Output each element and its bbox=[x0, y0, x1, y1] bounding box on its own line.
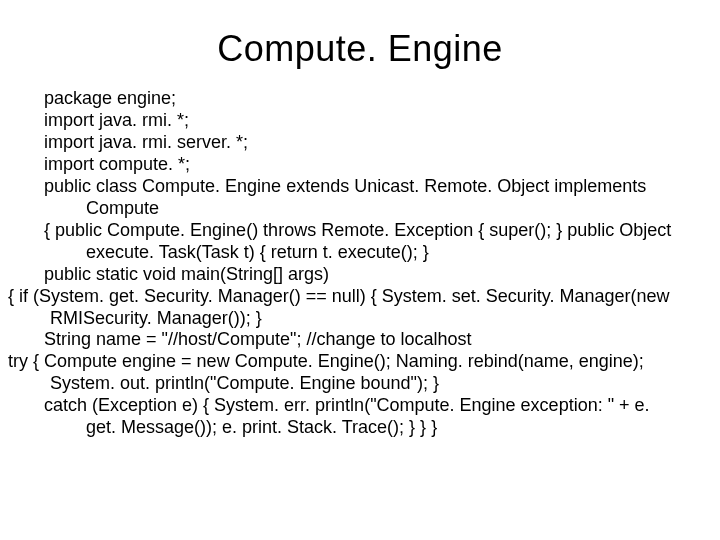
code-line: import compute. *; bbox=[44, 154, 676, 176]
code-line: { public Compute. Engine() throws Remote… bbox=[44, 220, 676, 264]
code-block: package engine; import java. rmi. *; imp… bbox=[44, 88, 676, 439]
slide: Compute. Engine package engine; import j… bbox=[0, 0, 720, 540]
code-line: package engine; bbox=[44, 88, 676, 110]
code-line: import java. rmi. *; bbox=[44, 110, 676, 132]
code-line: public class Compute. Engine extends Uni… bbox=[44, 176, 676, 220]
code-line: try { Compute engine = new Compute. Engi… bbox=[44, 351, 676, 395]
code-line: public static void main(String[] args) bbox=[44, 264, 676, 286]
slide-title: Compute. Engine bbox=[44, 28, 676, 70]
code-line: String name = "//host/Compute"; //change… bbox=[44, 329, 676, 351]
code-line: { if (System. get. Security. Manager() =… bbox=[44, 286, 676, 330]
code-line: catch (Exception e) { System. err. print… bbox=[44, 395, 676, 439]
code-line: import java. rmi. server. *; bbox=[44, 132, 676, 154]
